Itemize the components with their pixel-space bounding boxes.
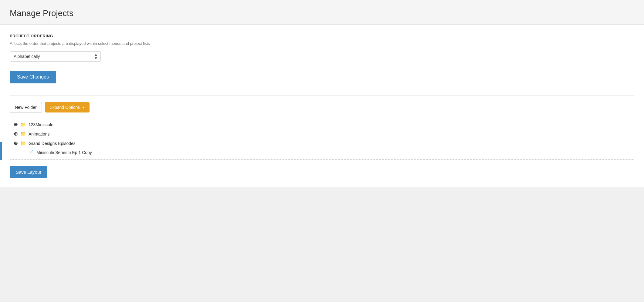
item-name: Animations — [29, 132, 49, 136]
section-divider — [10, 96, 634, 96]
list-item: ⊕ 📁 Grand Designs Episodes — [10, 139, 634, 148]
page-title: Manage Projects — [10, 8, 634, 18]
list-item: 📄 Miniscule Series 5 Ep 1 Copy — [10, 148, 634, 157]
main-content: PROJECT ORDERING Affects the order that … — [0, 25, 644, 187]
ordering-select-wrapper: Alphabetically By Date Created By Date M… — [10, 51, 634, 62]
ordering-dropdown[interactable]: Alphabetically By Date Created By Date M… — [10, 51, 101, 62]
expand-options-button[interactable]: Expand Options ▼ — [45, 102, 90, 112]
item-name: Miniscule Series 5 Ep 1 Copy — [36, 150, 92, 155]
page-header: Manage Projects — [0, 0, 644, 25]
save-changes-button[interactable]: Save Changes — [10, 71, 56, 83]
project-ordering-section: PROJECT ORDERING Affects the order that … — [10, 34, 634, 92]
add-icon[interactable]: ⊕ — [14, 140, 18, 146]
add-icon[interactable]: ⊕ — [14, 122, 18, 127]
project-tree-section: New Folder Expand Options ▼ ⊕ 📁 123Minis… — [10, 102, 634, 178]
left-accent — [0, 142, 2, 160]
save-layout-button[interactable]: Save Layout — [10, 166, 47, 178]
list-item: ⊕ 📁 Animations — [10, 129, 634, 139]
section-description: Affects the order that projects are disp… — [10, 41, 634, 46]
section-label: PROJECT ORDERING — [10, 34, 634, 38]
expand-options-label: Expand Options — [50, 105, 80, 110]
folder-icon: 📁 — [20, 140, 26, 146]
item-name: 123Miniscule — [29, 122, 53, 127]
folder-icon: 📁 — [20, 131, 26, 137]
toolbar: New Folder Expand Options ▼ — [10, 102, 634, 113]
item-name: Grand Designs Episodes — [29, 141, 76, 146]
add-icon[interactable]: ⊕ — [14, 131, 18, 137]
file-icon: 📄 — [28, 150, 34, 155]
list-item: ⊕ 📁 123Miniscule — [10, 120, 634, 129]
new-folder-button[interactable]: New Folder — [10, 102, 42, 113]
dropdown-wrapper: Alphabetically By Date Created By Date M… — [10, 51, 101, 62]
folder-icon: 📁 — [20, 122, 26, 127]
project-list: ⊕ 📁 123Miniscule ⊕ 📁 Animations ⊕ 📁 Gran… — [10, 117, 634, 160]
chevron-down-icon: ▼ — [82, 106, 85, 109]
